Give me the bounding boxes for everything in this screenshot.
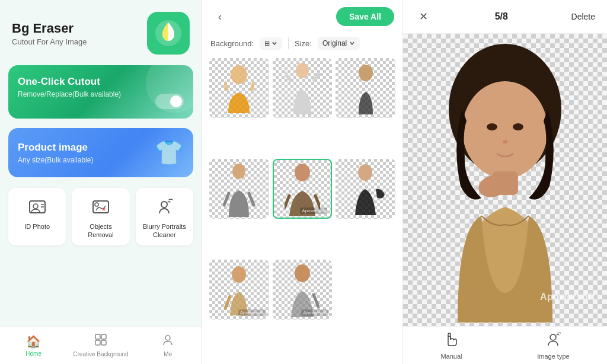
svg-point-36 xyxy=(550,334,556,340)
svg-point-34 xyxy=(513,123,523,130)
svg-point-7 xyxy=(161,202,167,207)
svg-rect-9 xyxy=(101,334,106,339)
grid-watermark-8: Apowersoft xyxy=(301,309,328,316)
svg-point-17 xyxy=(359,65,373,81)
id-photo-label: ID Photo xyxy=(24,222,50,231)
svg-point-2 xyxy=(33,204,38,209)
bottom-nav: 🏠 Home Creative Background Me xyxy=(0,326,202,364)
svg-line-23 xyxy=(315,196,320,207)
grid-cell-8[interactable]: Apowersoft xyxy=(273,260,333,320)
chevron-down-icon xyxy=(271,40,277,46)
main-image-area: Apowersoft xyxy=(403,34,607,326)
left-header: Bg Eraser Cutout For Any Image xyxy=(0,0,202,60)
feature-objects-removal[interactable]: Objects Removal xyxy=(72,188,129,245)
grid-cell-2[interactable] xyxy=(273,58,333,118)
cutout-toggle[interactable] xyxy=(155,94,184,109)
grid-watermark: Apowersoft xyxy=(300,207,327,214)
background-select[interactable]: ⊞ xyxy=(260,37,282,50)
nav-home[interactable]: 🏠 Home xyxy=(0,327,67,364)
svg-rect-10 xyxy=(95,340,100,345)
svg-point-12 xyxy=(165,336,170,340)
background-label: Background: xyxy=(210,39,254,48)
svg-line-16 xyxy=(314,73,320,80)
svg-line-15 xyxy=(285,73,290,80)
svg-rect-8 xyxy=(95,334,100,339)
middle-panel: ‹ Save All Background: ⊞ Size: Original xyxy=(202,0,403,364)
size-value: Original xyxy=(322,39,347,47)
svg-line-19 xyxy=(224,193,229,205)
left-panel: Bg Eraser Cutout For Any Image One-Click… xyxy=(0,0,202,364)
toolbar: Background: ⊞ Size: Original xyxy=(202,33,402,56)
grid-watermark-7: Apowersoft xyxy=(238,309,266,316)
nav-home-label: Home xyxy=(25,350,41,357)
grid-cell-3[interactable] xyxy=(336,58,395,118)
save-all-button[interactable]: Save All xyxy=(336,7,394,26)
app-icon xyxy=(147,12,190,55)
svg-point-6 xyxy=(95,203,98,206)
main-watermark: Apowersoft xyxy=(540,292,595,302)
manual-tool[interactable]: Manual xyxy=(440,331,462,360)
right-panel: ✕ 5/8 Delete xyxy=(403,0,607,364)
app-title: Bg Eraser xyxy=(12,21,87,36)
size-select[interactable]: Original xyxy=(318,37,360,50)
size-label: Size: xyxy=(295,39,312,48)
grid-cell-5[interactable]: Apowersoft xyxy=(273,159,333,219)
middle-header: ‹ Save All xyxy=(202,0,402,33)
image-type-label: Image type xyxy=(537,353,569,360)
nav-creative-label: Creative Background xyxy=(73,351,128,357)
svg-point-25 xyxy=(232,266,246,283)
grid-cell-1[interactable] xyxy=(209,58,269,118)
toggle-knob xyxy=(170,95,182,107)
svg-point-33 xyxy=(487,123,497,130)
manual-icon xyxy=(443,331,459,350)
objects-removal-label: Objects Removal xyxy=(76,222,124,240)
image-grid: Apowersoft Apowersoft xyxy=(202,56,402,364)
image-type-tool[interactable]: Image type xyxy=(537,331,569,360)
blurry-portraits-icon xyxy=(154,196,175,218)
objects-removal-icon xyxy=(90,196,111,218)
grid-cell-7[interactable]: Apowersoft xyxy=(209,260,269,320)
grid-cell-4[interactable] xyxy=(209,159,269,219)
blurry-portraits-label: Blurry Portraits Cleaner xyxy=(140,222,189,240)
svg-line-28 xyxy=(314,295,318,306)
svg-point-18 xyxy=(232,164,245,179)
right-bottom-bar: Manual Image type xyxy=(403,326,607,364)
delete-button[interactable]: Delete xyxy=(571,12,595,21)
portrait-svg xyxy=(422,38,588,323)
image-type-icon xyxy=(545,331,561,350)
nav-me-label: Me xyxy=(164,351,172,357)
product-card[interactable]: Product image Any size(Bulk available) 👕 xyxy=(8,128,193,177)
svg-line-20 xyxy=(249,193,254,205)
product-title: Product image xyxy=(18,142,93,154)
size-chevron-icon xyxy=(349,40,355,46)
app-subtitle: Cutout For Any Image xyxy=(12,37,87,46)
svg-line-22 xyxy=(285,196,289,207)
feature-grid: ID Photo Objects Removal xyxy=(8,188,193,245)
id-photo-icon xyxy=(27,196,48,218)
close-button[interactable]: ✕ xyxy=(415,8,432,25)
manual-label: Manual xyxy=(440,353,462,360)
image-counter: 5/8 xyxy=(495,11,508,22)
right-header: ✕ 5/8 Delete xyxy=(403,0,607,34)
nav-creative-bg[interactable]: Creative Background xyxy=(67,327,134,364)
back-button[interactable]: ‹ xyxy=(210,7,229,26)
cutout-card[interactable]: One-Click Cutout Remove/Replace(Bulk ava… xyxy=(8,65,193,119)
me-icon xyxy=(161,333,174,349)
home-icon: 🏠 xyxy=(26,334,41,349)
svg-rect-11 xyxy=(101,340,106,345)
grid-cell-6[interactable] xyxy=(336,159,395,219)
feature-id-photo[interactable]: ID Photo xyxy=(8,188,66,245)
svg-point-14 xyxy=(296,63,309,78)
feature-blurry-portraits[interactable]: Blurry Portraits Cleaner xyxy=(136,188,193,245)
nav-me[interactable]: Me xyxy=(135,327,202,364)
svg-point-27 xyxy=(295,264,310,282)
product-subtitle: Any size(Bulk available) xyxy=(18,156,93,164)
creative-bg-icon xyxy=(94,333,107,349)
svg-point-21 xyxy=(295,164,310,181)
svg-point-13 xyxy=(231,65,247,84)
svg-point-35 xyxy=(503,140,507,143)
shirt-icon: 👕 xyxy=(154,139,184,167)
svg-line-26 xyxy=(225,296,230,308)
portrait-container: Apowersoft xyxy=(403,34,607,326)
svg-point-24 xyxy=(358,164,372,181)
